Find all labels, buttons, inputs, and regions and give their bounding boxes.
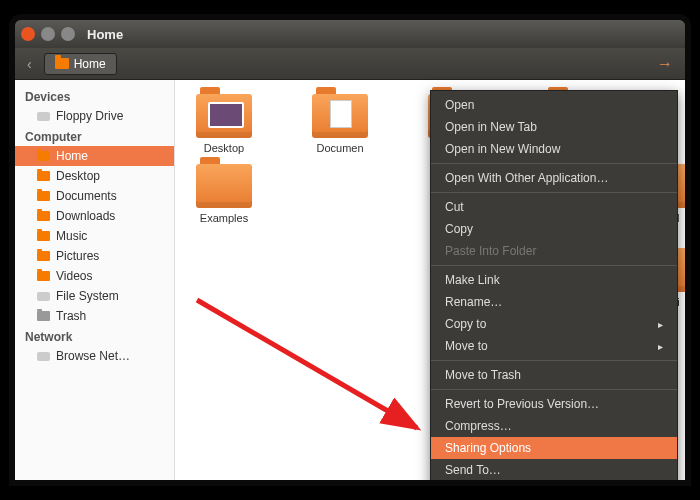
- forward-button[interactable]: →: [653, 53, 677, 75]
- chevron-right-icon: ▸: [658, 319, 663, 330]
- menu-separator: [431, 360, 677, 361]
- context-menu: OpenOpen in New TabOpen in New WindowOpe…: [430, 90, 678, 480]
- menu-item-move-to[interactable]: Move to▸: [431, 335, 677, 357]
- menu-item-label: Make Link: [445, 273, 500, 287]
- sidebar-item-label: Documents: [56, 189, 117, 203]
- sidebar-item-label: Downloads: [56, 209, 115, 223]
- sidebar-item-trash[interactable]: Trash: [15, 306, 174, 326]
- file-manager-window: Home ‹ Home → DevicesFloppy DriveCompute…: [15, 20, 685, 480]
- maximize-icon[interactable]: [61, 27, 75, 41]
- sidebar-item-label: Pictures: [56, 249, 99, 263]
- folder-icon: [37, 231, 50, 241]
- menu-item-open[interactable]: Open: [431, 94, 677, 116]
- menu-item-label: Open: [445, 98, 474, 112]
- menu-item-sharing-options[interactable]: Sharing Options: [431, 437, 677, 459]
- sidebar-header: Devices: [15, 86, 174, 106]
- folder-documen[interactable]: Documen: [301, 94, 379, 154]
- menu-item-copy-to[interactable]: Copy to▸: [431, 313, 677, 335]
- drive-icon: [37, 352, 50, 361]
- sidebar-item-label: Home: [56, 149, 88, 163]
- menu-separator: [431, 265, 677, 266]
- menu-item-paste-into-folder: Paste Into Folder: [431, 240, 677, 262]
- breadcrumb-label: Home: [74, 57, 106, 71]
- sidebar-item-label: Trash: [56, 309, 86, 323]
- menu-item-cut[interactable]: Cut: [431, 196, 677, 218]
- folder-label: Examples: [185, 212, 263, 224]
- menu-item-label: Open in New Window: [445, 142, 560, 156]
- menu-item-label: Revert to Previous Version…: [445, 397, 599, 411]
- sidebar-header: Computer: [15, 126, 174, 146]
- sidebar-item-music[interactable]: Music: [15, 226, 174, 246]
- menu-item-label: Compress…: [445, 419, 512, 433]
- folder-icon: [37, 211, 50, 221]
- folder-label: Desktop: [185, 142, 263, 154]
- menu-item-move-to-trash[interactable]: Move to Trash: [431, 364, 677, 386]
- chevron-right-icon: ▸: [658, 341, 663, 352]
- menu-item-label: Send To…: [445, 463, 501, 477]
- menu-separator: [431, 192, 677, 193]
- close-icon[interactable]: [21, 27, 35, 41]
- breadcrumb[interactable]: Home: [44, 53, 117, 75]
- menu-item-label: Open With Other Application…: [445, 171, 608, 185]
- drive-icon: [37, 292, 50, 301]
- menu-item-open-in-new-tab[interactable]: Open in New Tab: [431, 116, 677, 138]
- back-button[interactable]: ‹: [23, 54, 36, 74]
- menu-item-rename[interactable]: Rename…: [431, 291, 677, 313]
- menu-item-label: Rename…: [445, 295, 502, 309]
- menu-item-label: Copy to: [445, 317, 486, 331]
- folder-icon: [196, 94, 252, 138]
- folder-examples[interactable]: Examples: [185, 164, 263, 224]
- menu-item-label: Copy: [445, 222, 473, 236]
- minimize-icon[interactable]: [41, 27, 55, 41]
- sidebar-item-label: Browse Net…: [56, 349, 130, 363]
- folder-icon: [37, 251, 50, 261]
- folder-icon: [196, 164, 252, 208]
- menu-item-label: Sharing Options: [445, 441, 531, 455]
- folder-icon: [37, 271, 50, 281]
- sidebar-item-label: Floppy Drive: [56, 109, 123, 123]
- menu-separator: [431, 163, 677, 164]
- folder-icon: [37, 151, 50, 161]
- sidebar-item-label: Videos: [56, 269, 92, 283]
- folder-icon: [37, 171, 50, 181]
- menu-item-label: Cut: [445, 200, 464, 214]
- folder-icon: [312, 94, 368, 138]
- titlebar[interactable]: Home: [15, 20, 685, 48]
- menu-item-open-in-new-window[interactable]: Open in New Window: [431, 138, 677, 160]
- menu-item-copy[interactable]: Copy: [431, 218, 677, 240]
- menu-item-label: Move to: [445, 339, 488, 353]
- sidebar-item-desktop[interactable]: Desktop: [15, 166, 174, 186]
- menu-item-label: Move to Trash: [445, 368, 521, 382]
- window-title: Home: [87, 27, 123, 42]
- sidebar-item-label: Desktop: [56, 169, 100, 183]
- menu-item-compress[interactable]: Compress…: [431, 415, 677, 437]
- folder-desktop[interactable]: Desktop: [185, 94, 263, 154]
- folder-label: Documen: [301, 142, 379, 154]
- menu-item-revert-to-previous-version[interactable]: Revert to Previous Version…: [431, 393, 677, 415]
- sidebar-item-floppy-drive[interactable]: Floppy Drive: [15, 106, 174, 126]
- sidebar-item-label: Music: [56, 229, 87, 243]
- sidebar-item-downloads[interactable]: Downloads: [15, 206, 174, 226]
- menu-item-send-to[interactable]: Send To…: [431, 459, 677, 480]
- folder-icon: [37, 191, 50, 201]
- sidebar-header: Network: [15, 326, 174, 346]
- drive-icon: [37, 112, 50, 121]
- sidebar-item-label: File System: [56, 289, 119, 303]
- sidebar: DevicesFloppy DriveComputerHomeDesktopDo…: [15, 80, 175, 480]
- menu-item-label: Paste Into Folder: [445, 244, 536, 258]
- menu-item-label: Open in New Tab: [445, 120, 537, 134]
- menu-item-make-link[interactable]: Make Link: [431, 269, 677, 291]
- sidebar-item-file-system[interactable]: File System: [15, 286, 174, 306]
- sidebar-item-browse-net-[interactable]: Browse Net…: [15, 346, 174, 366]
- trash-icon: [37, 311, 50, 321]
- toolbar: ‹ Home →: [15, 48, 685, 80]
- sidebar-item-home[interactable]: Home: [15, 146, 174, 166]
- folder-icon: [55, 58, 69, 69]
- menu-separator: [431, 389, 677, 390]
- sidebar-item-pictures[interactable]: Pictures: [15, 246, 174, 266]
- menu-item-open-with-other-application[interactable]: Open With Other Application…: [431, 167, 677, 189]
- sidebar-item-documents[interactable]: Documents: [15, 186, 174, 206]
- sidebar-item-videos[interactable]: Videos: [15, 266, 174, 286]
